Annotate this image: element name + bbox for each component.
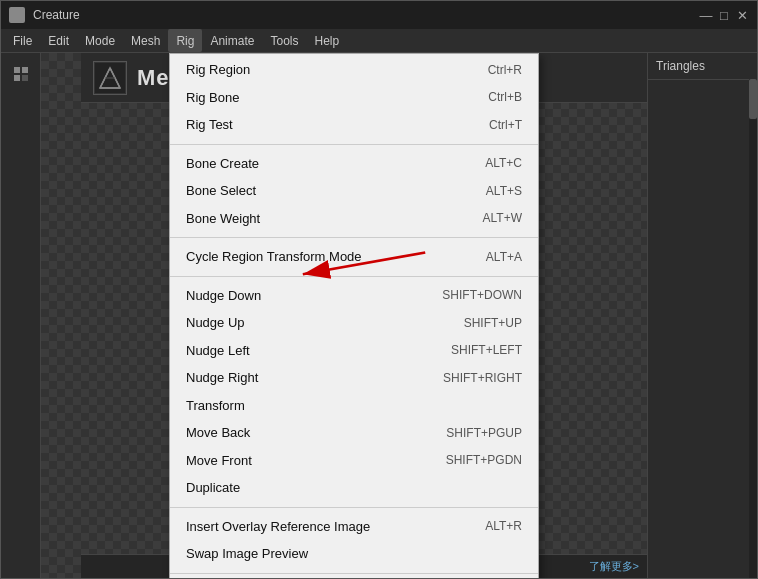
menu-item-animate[interactable]: Animate bbox=[202, 29, 262, 52]
dropdown-item-nudge-up[interactable]: Nudge Up SHIFT+UP bbox=[170, 309, 538, 337]
dropdown-item-bone-select[interactable]: Bone Select ALT+S bbox=[170, 177, 538, 205]
dropdown-item-nudge-right[interactable]: Nudge Right SHIFT+RIGHT bbox=[170, 364, 538, 392]
main-content: Mesh 了解更多> Triangles Rig Region Ctrl+R bbox=[1, 53, 757, 578]
dropdown-item-swap-image[interactable]: Swap Image Preview bbox=[170, 540, 538, 568]
dropdown-section-4: Nudge Down SHIFT+DOWN Nudge Up SHIFT+UP … bbox=[170, 280, 538, 504]
dropdown-section-3: Cycle Region Transform Mode ALT+A bbox=[170, 241, 538, 273]
separator-4 bbox=[170, 507, 538, 508]
dropdown-section-5: Insert Overlay Reference Image ALT+R Swa… bbox=[170, 511, 538, 570]
dropdown-item-transform[interactable]: Transform bbox=[170, 392, 538, 420]
separator-5 bbox=[170, 573, 538, 574]
separator-2 bbox=[170, 237, 538, 238]
menu-item-mesh[interactable]: Mesh bbox=[123, 29, 168, 52]
dropdown-item-rig-test[interactable]: Rig Test Ctrl+T bbox=[170, 111, 538, 139]
dropdown-item-bone-create[interactable]: Bone Create ALT+C bbox=[170, 150, 538, 178]
dropdown-item-rig-region[interactable]: Rig Region Ctrl+R bbox=[170, 56, 538, 84]
menu-item-rig[interactable]: Rig bbox=[168, 29, 202, 52]
window-title: Creature bbox=[33, 8, 80, 22]
dropdown-item-nudge-left[interactable]: Nudge Left SHIFT+LEFT bbox=[170, 337, 538, 365]
menu-item-mode[interactable]: Mode bbox=[77, 29, 123, 52]
dropdown-item-move-front[interactable]: Move Front SHIFT+PGDN bbox=[170, 447, 538, 475]
menu-bar: File Edit Mode Mesh Rig Animate Tools He… bbox=[1, 29, 757, 53]
menu-item-edit[interactable]: Edit bbox=[40, 29, 77, 52]
maximize-button[interactable]: □ bbox=[717, 8, 731, 22]
dropdown-section-2: Bone Create ALT+C Bone Select ALT+S Bone… bbox=[170, 148, 538, 235]
dropdown-item-nudge-down[interactable]: Nudge Down SHIFT+DOWN bbox=[170, 282, 538, 310]
rig-dropdown-menu: Rig Region Ctrl+R Rig Bone Ctrl+B Rig Te… bbox=[169, 53, 539, 578]
app-icon bbox=[9, 7, 25, 23]
dropdown-overlay: Rig Region Ctrl+R Rig Bone Ctrl+B Rig Te… bbox=[1, 53, 757, 578]
dropdown-item-bone-weight[interactable]: Bone Weight ALT+W bbox=[170, 205, 538, 233]
main-window: Creature — □ ✕ File Edit Mode Mesh Rig A… bbox=[0, 0, 758, 579]
dropdown-item-cycle-region[interactable]: Cycle Region Transform Mode ALT+A bbox=[170, 243, 538, 271]
close-button[interactable]: ✕ bbox=[735, 8, 749, 22]
dropdown-section-6: Skin Swapping Setup Run Rig Template Imp… bbox=[170, 577, 538, 579]
title-bar: Creature — □ ✕ bbox=[1, 1, 757, 29]
menu-item-file[interactable]: File bbox=[5, 29, 40, 52]
dropdown-item-duplicate[interactable]: Duplicate bbox=[170, 474, 538, 502]
menu-item-tools[interactable]: Tools bbox=[262, 29, 306, 52]
menu-item-help[interactable]: Help bbox=[306, 29, 347, 52]
separator-1 bbox=[170, 144, 538, 145]
separator-3 bbox=[170, 276, 538, 277]
title-bar-controls: — □ ✕ bbox=[699, 8, 749, 22]
minimize-button[interactable]: — bbox=[699, 8, 713, 22]
dropdown-item-rig-bone[interactable]: Rig Bone Ctrl+B bbox=[170, 84, 538, 112]
title-bar-left: Creature bbox=[9, 7, 80, 23]
dropdown-section-1: Rig Region Ctrl+R Rig Bone Ctrl+B Rig Te… bbox=[170, 54, 538, 141]
dropdown-item-insert-overlay[interactable]: Insert Overlay Reference Image ALT+R bbox=[170, 513, 538, 541]
dropdown-item-move-back[interactable]: Move Back SHIFT+PGUP bbox=[170, 419, 538, 447]
